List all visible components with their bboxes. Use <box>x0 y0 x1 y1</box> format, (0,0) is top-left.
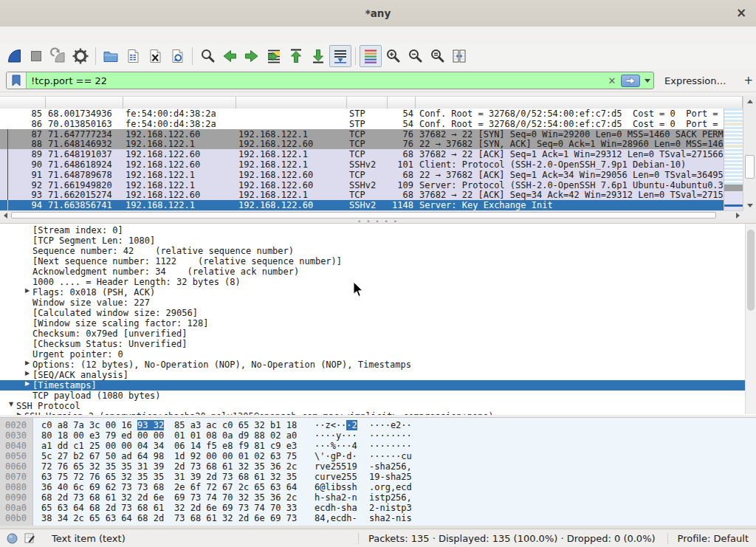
expand-arrow-icon[interactable] <box>22 308 32 318</box>
detail-line[interactable]: [Next sequence number: 1122 (relative se… <box>0 256 756 266</box>
ascii-left[interactable]: h-sha2-n <box>315 492 363 503</box>
capture-comment-icon[interactable] <box>24 532 35 544</box>
hex-row[interactable]: 0040 a1 dd c1 25 00 00 04 34 06 14 f5 e8… <box>0 441 756 451</box>
ascii-right[interactable]: 2-nistp3 <box>369 503 428 513</box>
hex-row[interactable]: 0030 80 18 00 e3 79 ed 00 00 01 01 08 0a… <box>0 430 756 441</box>
menu-item[interactable] <box>137 34 152 35</box>
hex-bytes-left[interactable]: a1 dd c1 25 00 00 04 34 <box>41 441 174 451</box>
expand-arrow-icon[interactable] <box>22 297 32 308</box>
detail-line[interactable]: Window size value: 227 <box>0 297 756 308</box>
packet-row[interactable]: 93 71.662015274 192.168.122.60 192.168.1… <box>0 190 724 200</box>
resize-columns-icon[interactable] <box>448 45 470 67</box>
menu-item[interactable] <box>123 34 137 35</box>
expression-button[interactable]: Expression… <box>664 75 726 86</box>
hex-bytes-left[interactable]: 68 2d 73 68 61 32 2d 6e <box>41 492 174 503</box>
hex-bytes-right[interactable]: 32 2d 6e 69 73 74 70 33 <box>174 503 315 513</box>
start-capture-icon[interactable] <box>3 45 25 67</box>
add-filter-button[interactable]: + <box>744 74 754 87</box>
go-first-packet-icon[interactable] <box>285 45 307 67</box>
expand-arrow-icon[interactable] <box>22 225 32 235</box>
ascii-left[interactable]: ecdh-sha <box>315 503 363 513</box>
packet-row[interactable]: 88 71.648146932 192.168.122.1 192.168.12… <box>0 139 724 149</box>
ascii-left[interactable]: ····y··· <box>315 430 363 441</box>
detail-line[interactable]: [Stream index: 0] <box>0 225 756 235</box>
detail-line[interactable]: Sequence number: 42 (relative sequence n… <box>0 246 756 256</box>
hex-row[interactable]: 0060 72 76 65 32 35 35 31 39 2d 73 68 61… <box>0 461 756 472</box>
menu-item[interactable] <box>63 34 78 35</box>
scroll-down-icon[interactable] <box>743 200 756 210</box>
ascii-right[interactable]: ········ <box>369 441 428 451</box>
auto-scroll-icon[interactable] <box>329 45 351 67</box>
capture-options-icon[interactable] <box>69 45 92 67</box>
expand-arrow-icon[interactable] <box>22 256 32 266</box>
expand-arrow-icon[interactable] <box>22 339 32 349</box>
detail-line[interactable]: [Calculated window size: 29056] <box>0 308 756 318</box>
details-vertical-scrollbar[interactable] <box>745 224 756 414</box>
hex-bytes-left[interactable]: 63 75 72 76 65 32 35 35 <box>41 472 174 482</box>
hex-bytes-left[interactable]: 38 34 2c 65 63 64 68 2d <box>41 513 174 523</box>
column-header[interactable] <box>347 97 388 109</box>
hex-bytes-right[interactable]: 85 a3 ac c0 65 32 b1 18 <box>174 420 315 430</box>
hex-bytes-right[interactable]: 31 39 2d 73 68 61 32 35 <box>174 472 315 482</box>
go-back-icon[interactable] <box>219 45 241 67</box>
detail-line[interactable]: ▶ Options: (12 bytes), No-Operation (NOP… <box>0 359 756 370</box>
column-header[interactable] <box>0 97 46 109</box>
stop-capture-icon[interactable] <box>25 45 47 67</box>
hex-row[interactable]: 00b0 38 34 2c 65 63 64 68 2d 73 68 61 32… <box>0 513 756 523</box>
title-bar[interactable]: *any × <box>0 0 756 27</box>
expand-arrow-icon[interactable] <box>22 235 32 246</box>
packet-row[interactable]: 85 68.001734936 fe:54:00:d4:38:2a STP 54… <box>0 109 724 119</box>
ascii-left[interactable]: ··z<···2 <box>315 420 363 430</box>
hex-bytes-left[interactable]: c0 a8 7a 3c 00 16 93 32 <box>41 420 174 430</box>
filter-text[interactable]: !tcp.port == 22 <box>27 75 605 86</box>
open-file-icon[interactable] <box>100 45 122 67</box>
restart-capture-icon[interactable] <box>47 45 69 67</box>
packet-row[interactable]: 91 71.648789678 192.168.122.1 192.168.12… <box>0 170 724 180</box>
detail-line[interactable]: [Checksum Status: Unverified] <box>0 339 756 349</box>
column-header[interactable] <box>388 97 416 109</box>
expand-arrow-icon[interactable]: ▼ <box>6 401 16 411</box>
expand-arrow-icon[interactable] <box>22 328 32 339</box>
find-packet-icon[interactable] <box>196 45 219 67</box>
ascii-right[interactable]: istp256, <box>369 492 428 503</box>
hex-bytes-right[interactable]: 06 14 f5 e8 f9 81 c9 e3 <box>174 441 315 451</box>
detail-line[interactable]: Checksum: 0x79ed [unverified] <box>0 328 756 339</box>
hex-bytes-right[interactable]: 2d 73 68 61 32 35 36 2c <box>174 461 315 472</box>
ascii-left[interactable]: \'·gP·d· <box>315 451 363 461</box>
display-filter-input[interactable]: !tcp.port == 22 ✕ <box>6 72 654 89</box>
hex-bytes-right[interactable]: 1d 92 00 00 01 02 63 75 <box>174 451 315 461</box>
packet-row[interactable]: 92 71.661949820 192.168.122.1 192.168.12… <box>0 180 724 190</box>
expert-info-icon[interactable] <box>7 533 18 544</box>
scroll-right-icon[interactable] <box>732 211 743 219</box>
expand-arrow-icon[interactable] <box>22 246 32 256</box>
hex-bytes-right[interactable]: 73 68 61 32 2d 6e 69 73 <box>174 513 315 523</box>
go-forward-icon[interactable] <box>241 45 263 67</box>
packet-row[interactable]: 89 71.648191037 192.168.122.60 192.168.1… <box>0 149 724 159</box>
ascii-right[interactable]: sha2-nis <box>369 513 428 523</box>
detail-line[interactable]: [TCP Segment Len: 1080] <box>0 235 756 246</box>
hex-row[interactable]: 0080 36 40 6c 69 62 73 73 68 2e 6f 72 67… <box>0 482 756 492</box>
profile-text[interactable]: Profile: Default <box>678 533 749 544</box>
hex-row[interactable]: 0070 63 75 72 76 65 32 35 35 31 39 2d 73… <box>0 472 756 482</box>
ascii-right[interactable]: ····e2·· <box>369 420 428 430</box>
hex-bytes-right[interactable]: 69 73 74 70 32 35 36 2c <box>174 492 315 503</box>
packet-row[interactable]: 86 70.013850163 fe:54:00:d4:38:2a STP 54… <box>0 119 724 129</box>
ascii-right[interactable]: ········ <box>369 430 428 441</box>
ascii-left[interactable]: ···%···4 <box>315 441 363 451</box>
zoom-in-icon[interactable] <box>382 45 404 67</box>
detail-line[interactable]: [Window size scaling factor: 128] <box>0 318 756 328</box>
menu-item[interactable] <box>19 34 34 35</box>
ascii-right[interactable]: .org,ecd <box>369 482 428 492</box>
packet-list-vertical-scrollbar[interactable] <box>743 96 756 210</box>
expand-arrow-icon[interactable] <box>22 391 32 401</box>
expand-arrow-icon[interactable]: ▶ <box>22 287 32 297</box>
scrollbar-thumb[interactable] <box>745 155 755 179</box>
detail-line[interactable]: ▶ Flags: 0x018 (PSH, ACK) <box>0 287 756 297</box>
zoom-out-icon[interactable] <box>404 45 426 67</box>
go-last-packet-icon[interactable] <box>307 45 329 67</box>
hex-bytes-left[interactable]: 72 76 65 32 35 35 31 39 <box>41 461 174 472</box>
hex-bytes-right[interactable]: 2e 6f 72 67 2c 65 63 64 <box>174 482 315 492</box>
filter-clear-icon[interactable]: ✕ <box>605 75 619 86</box>
go-to-packet-icon[interactable] <box>263 45 285 67</box>
close-file-icon[interactable] <box>144 45 166 67</box>
